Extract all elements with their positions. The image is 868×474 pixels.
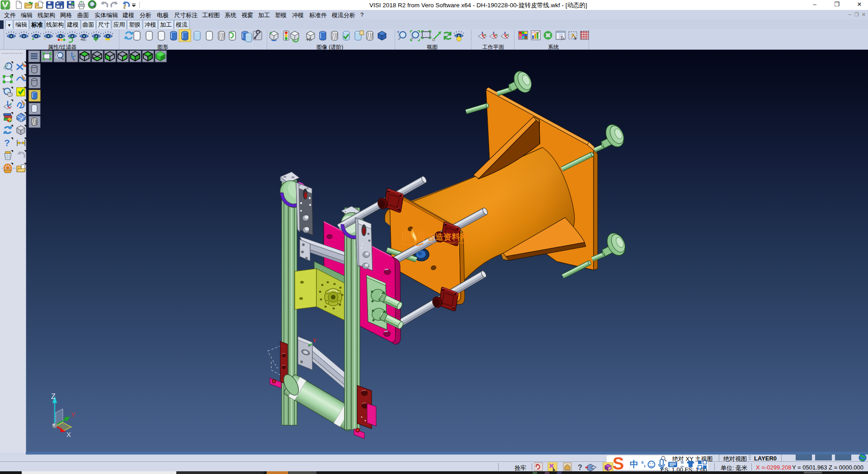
svg-text:?: ? (578, 464, 582, 471)
svg-text:Z: Z (51, 393, 56, 400)
svg-text:智造资料网: 智造资料网 (426, 232, 469, 242)
svg-text:S: S (613, 455, 624, 471)
svg-text:+/-: +/- (80, 37, 86, 42)
svg-text:-: - (44, 36, 46, 42)
svg-text:X: X (66, 431, 71, 438)
svg-text:Y: Y (313, 338, 316, 343)
svg-text:Y: Y (71, 411, 75, 418)
svg-text:+/-: +/- (306, 37, 312, 42)
svg-text:°,: °, (641, 460, 646, 468)
svg-text:INTELLIGENT MANUFACTURING DATA: INTELLIGENT MANUFACTURING DATA (427, 242, 475, 244)
svg-text:+: + (397, 30, 399, 34)
svg-text:+: + (32, 36, 34, 42)
svg-text:中: 中 (630, 460, 638, 469)
svg-text:+: + (269, 30, 272, 35)
